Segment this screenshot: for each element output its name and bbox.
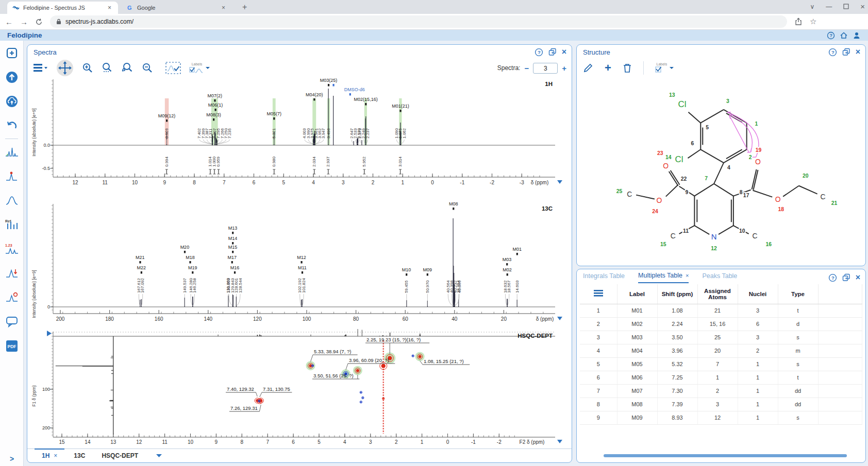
trace-marker-icon (47, 331, 52, 336)
spectra-count-value[interactable]: 3 (533, 63, 558, 74)
svg-text:19: 19 (756, 147, 762, 153)
table-row[interactable]: 6M067.2511t (580, 371, 862, 384)
column-header[interactable]: Shift (ppm) (657, 284, 697, 304)
table-row[interactable]: 8M087.3931dd (580, 398, 862, 411)
table-row[interactable]: 1M011.08213t (580, 304, 862, 317)
table-row[interactable]: 4M043.96202m (580, 344, 862, 357)
zoom-in-button[interactable] (82, 62, 93, 74)
svg-text:3.96, 60.09 (20, ?): 3.96, 60.09 (20, ?) (349, 357, 389, 363)
spectrum-tab-13c[interactable]: 13C (66, 450, 92, 462)
browser-tabstrip: Felodipine - Spectrus JS × G Google × + … (0, 0, 868, 14)
svg-text:?: ? (831, 274, 834, 280)
panel-help-icon[interactable]: ? (828, 48, 837, 57)
table-horizontal-scrollbar[interactable] (579, 453, 863, 458)
scrollbar-thumb[interactable] (604, 454, 847, 457)
table-row[interactable]: 2M022.2415, 166d (580, 317, 862, 331)
pdf-export-button[interactable]: PDF (0, 334, 24, 358)
bookmark-star-icon[interactable]: ☆ (810, 17, 816, 26)
home-icon[interactable] (840, 31, 848, 40)
column-header[interactable]: Assigned Atoms (697, 284, 738, 304)
svg-text:13: 13 (669, 92, 675, 98)
pan-tool-button[interactable] (56, 59, 74, 77)
spectra-menu-button[interactable] (34, 63, 48, 73)
svg-text:14.603: 14.603 (515, 280, 520, 293)
refresh-icon[interactable] (35, 18, 43, 26)
column-header[interactable]: Label (617, 284, 657, 304)
column-header[interactable]: Nuclei (738, 284, 778, 304)
forward-icon[interactable]: → (20, 18, 28, 26)
new-tab-button[interactable]: + (238, 3, 251, 14)
proton-spectrum-plot[interactable]: 0.0-0.5Intensity (absolute) [e+9]M09(12)… (29, 77, 570, 201)
browser-tab-spectrus[interactable]: Felodipine - Spectrus JS × (7, 2, 118, 14)
svg-text:M19: M19 (188, 265, 197, 270)
close-window-icon[interactable]: × (860, 2, 865, 11)
edit-structure-button[interactable] (583, 63, 593, 73)
table-row[interactable]: 9M098.93121s (580, 411, 862, 424)
reference-tool[interactable]: Ref (0, 213, 24, 237)
new-document-button[interactable] (0, 41, 24, 65)
spectrum-tab-1h[interactable]: 1H× (35, 448, 64, 462)
svg-text:M06(1): M06(1) (208, 102, 223, 108)
annotation-tool[interactable] (0, 285, 24, 309)
chrome-chevron-icon[interactable]: ∨ (810, 3, 814, 10)
carbon-spectrum-plot[interactable]: 0Intensity (absolute) [e+9]M13M14M20M15M… (29, 201, 570, 329)
svg-text:2: 2 (395, 439, 398, 445)
delete-structure-button[interactable] (623, 63, 632, 73)
svg-text:-0.5: -0.5 (42, 166, 50, 171)
spectrum-tab-hsqc[interactable]: HSQC-DEPT (94, 450, 145, 462)
auto-region-button[interactable] (165, 62, 181, 74)
maximize-icon[interactable] (843, 4, 849, 9)
close-tab-icon[interactable]: × (106, 4, 113, 11)
molecule-canvas[interactable]: ClClOOOONCCCC133121472025211516121923241… (578, 77, 864, 262)
proton-spectrum-tool[interactable] (0, 140, 24, 164)
share-icon[interactable] (794, 18, 803, 26)
table-row[interactable]: 5M055.3271s (580, 357, 862, 371)
panel-popout-icon[interactable] (842, 273, 850, 282)
tab-multiplets-table[interactable]: Multiplets Table× (638, 272, 689, 283)
panel-close-icon[interactable]: × (562, 47, 566, 57)
peak-picking-tool[interactable] (0, 164, 24, 188)
structure-labels-button[interactable]: Labels (655, 62, 675, 74)
add-structure-button[interactable]: + (605, 61, 611, 75)
address-bar[interactable]: spectrus-js.acdlabs.com/ (50, 15, 787, 28)
table-row[interactable]: 7M077.3021dd (580, 384, 862, 398)
column-header[interactable]: Type (778, 284, 818, 304)
panel-popout-icon[interactable] (842, 48, 850, 56)
zoom-region-button[interactable] (102, 62, 113, 74)
comment-tool[interactable] (0, 309, 24, 334)
multiplet-tool[interactable] (0, 261, 24, 285)
tabs-dropdown-icon[interactable] (156, 453, 162, 458)
minimize-icon[interactable]: — (826, 3, 832, 10)
browser-tab-google[interactable]: G Google × (121, 2, 232, 14)
spectra-increment-button[interactable]: + (562, 64, 566, 73)
cloud-upload-button[interactable] (0, 89, 24, 113)
panel-close-icon[interactable]: × (856, 47, 860, 57)
spectra-decrement-button[interactable]: − (524, 64, 529, 73)
spectra-bottom-tabs: 1H× 13C HSQC-DEPT (27, 448, 572, 462)
panel-popout-icon[interactable] (548, 48, 557, 56)
panel-close-icon[interactable]: × (856, 273, 860, 282)
hsqc-spectrum-plot[interactable]: 2.25, 19.23 (15, ?)(16, ?)5.33, 38.94 (7… (29, 329, 570, 448)
tab-integrals-table[interactable]: Integrals Table (583, 272, 625, 283)
labels-toggle-button[interactable]: Labels (189, 62, 211, 74)
close-tab-icon[interactable]: × (220, 4, 227, 11)
help-icon[interactable]: ? (827, 31, 835, 40)
calibrate-tool[interactable]: 1.23 (0, 237, 24, 261)
back-icon[interactable]: ← (5, 18, 13, 26)
svg-text:7: 7 (223, 180, 226, 185)
close-table-tab-icon[interactable]: × (686, 272, 689, 279)
integration-tool[interactable] (0, 188, 24, 213)
table-menu-icon[interactable] (594, 290, 603, 297)
close-spectrum-tab-icon[interactable]: × (54, 452, 57, 459)
tab-peaks-table[interactable]: Peaks Table (702, 272, 737, 283)
panel-help-icon[interactable]: ? (828, 273, 837, 282)
upload-file-button[interactable] (0, 65, 24, 89)
zoom-out-button[interactable] (142, 62, 153, 74)
undo-button[interactable] (0, 113, 24, 137)
spectra-counter-label: Spectra: (497, 64, 521, 72)
user-icon[interactable] (853, 31, 861, 40)
panel-help-icon[interactable]: ? (535, 48, 543, 57)
table-row[interactable]: 3M033.50253s (580, 331, 862, 344)
zoom-reset-button[interactable] (121, 62, 133, 74)
expand-sidebar-button[interactable]: > (0, 455, 24, 463)
